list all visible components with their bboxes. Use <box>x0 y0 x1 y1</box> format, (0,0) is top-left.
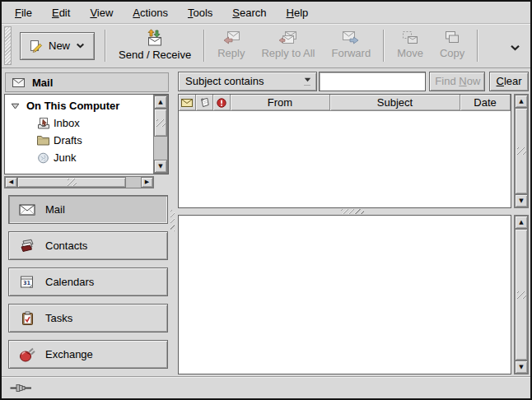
scroll-right-button[interactable]: ▶ <box>141 177 153 188</box>
grip-hatch <box>341 209 364 214</box>
search-filter-value: Subject contains <box>185 75 298 87</box>
scroll-down-button[interactable]: ▼ <box>154 160 167 173</box>
column-attachment[interactable] <box>196 95 213 111</box>
tree-item-label: Junk <box>54 151 76 164</box>
paned-resize-handle[interactable] <box>170 68 175 376</box>
copy-label: Copy <box>440 47 464 59</box>
toolbar-separator <box>203 30 205 62</box>
switcher-calendars-button[interactable]: 31 Calendars <box>8 267 168 296</box>
scrollbar-trough[interactable] <box>17 177 141 188</box>
attachment-icon <box>199 97 210 108</box>
reply-button[interactable]: Reply <box>209 28 253 63</box>
chevron-down-icon <box>76 43 85 49</box>
scroll-up-button[interactable]: ▲ <box>154 95 167 109</box>
column-subject[interactable]: Subject <box>330 95 460 111</box>
message-list-body[interactable] <box>179 111 511 207</box>
column-message-status[interactable] <box>179 95 196 111</box>
inbox-icon <box>36 117 50 129</box>
compose-icon <box>30 40 43 53</box>
new-button[interactable]: New <box>20 32 95 60</box>
forward-icon <box>342 30 360 44</box>
icon-cell: 31 <box>18 275 36 289</box>
column-date[interactable]: Date <box>460 95 511 111</box>
tree-node-inbox[interactable]: Inbox <box>5 114 153 132</box>
menu-view[interactable]: View <box>83 3 119 22</box>
main-area: Subject contains Find Now Clear <box>175 68 530 376</box>
tree-node-drafts[interactable]: Drafts <box>5 132 153 149</box>
scrollbar-trough[interactable] <box>515 229 528 360</box>
send-receive-button[interactable]: Send / Receive <box>110 26 199 65</box>
column-priority[interactable] <box>213 95 231 111</box>
scroll-down-button[interactable]: ▼ <box>515 194 528 207</box>
menu-file[interactable]: File <box>8 3 39 22</box>
grip-hatch <box>517 291 526 299</box>
find-now-button[interactable]: Find Now <box>429 72 485 91</box>
menu-search[interactable]: Search <box>226 3 273 22</box>
junk-icon <box>36 152 50 164</box>
toolbar-grip[interactable] <box>4 26 12 65</box>
message-list-scrollbar[interactable]: ▲ ▼ <box>514 94 529 208</box>
toolbar-overflow-button[interactable] <box>508 40 522 55</box>
copy-button[interactable]: Copy <box>432 28 473 63</box>
message-list-panel: From Subject Date <box>178 94 511 208</box>
message-list-header: From Subject Date <box>179 95 511 111</box>
component-switcher: Mail Contacts <box>2 195 170 376</box>
tree-item-label: Inbox <box>54 117 80 129</box>
switcher-tasks-button[interactable]: Tasks <box>8 304 168 333</box>
scrollbar-thumb[interactable] <box>17 177 126 188</box>
scrollbar-trough[interactable] <box>154 109 167 160</box>
grip-hatch <box>517 147 526 155</box>
preview-scrollbar[interactable]: ▲ ▼ <box>514 215 529 374</box>
tree-item-label: Drafts <box>54 134 82 147</box>
dropdown-ridge <box>304 84 310 86</box>
switcher-contacts-button[interactable]: Contacts <box>8 231 168 260</box>
scrollbar-thumb[interactable] <box>515 108 528 194</box>
scroll-up-button[interactable]: ▲ <box>515 95 528 108</box>
dropdown-indicator <box>298 77 316 86</box>
menu-help[interactable]: Help <box>280 3 315 22</box>
preview-pane[interactable] <box>178 215 511 374</box>
scroll-up-button[interactable]: ▲ <box>515 216 528 229</box>
switcher-mail-button[interactable]: Mail <box>8 195 168 224</box>
search-input[interactable] <box>319 72 426 91</box>
icon-cell <box>18 204 36 216</box>
arrow-left-icon: ◀ <box>9 179 13 185</box>
tree-node-junk[interactable]: Junk <box>5 149 153 166</box>
scrollbar-thumb[interactable] <box>154 109 167 137</box>
column-label: From <box>268 96 292 109</box>
toolbar-separator <box>477 30 478 62</box>
svg-text:31: 31 <box>23 280 31 286</box>
scroll-left-button[interactable]: ◀ <box>5 177 17 188</box>
switcher-label: Calendars <box>45 276 94 288</box>
search-filter-dropdown[interactable]: Subject contains <box>178 72 317 91</box>
calendar-icon: 31 <box>20 275 35 289</box>
column-from[interactable]: From <box>231 95 330 111</box>
expander-open-icon[interactable] <box>11 103 20 109</box>
clear-button[interactable]: Clear <box>489 72 529 91</box>
menu-tools[interactable]: Tools <box>181 3 219 22</box>
forward-button[interactable]: Forward <box>323 28 379 63</box>
preview-splitter-handle[interactable] <box>175 208 530 215</box>
send-receive-label: Send / Receive <box>119 49 191 61</box>
scrollbar-thumb[interactable] <box>515 229 528 360</box>
scroll-down-button[interactable]: ▼ <box>515 360 528 374</box>
tasks-icon <box>21 311 34 326</box>
message-status-icon <box>181 99 193 107</box>
menu-actions[interactable]: Actions <box>126 3 175 22</box>
reply-to-all-button[interactable]: Reply to All <box>253 28 323 63</box>
chevron-down-icon <box>510 44 520 51</box>
scrollbar-trough[interactable] <box>515 108 528 194</box>
sidebar-header-label: Mail <box>32 77 53 89</box>
switcher-exchange-button[interactable]: Exchange <box>8 340 168 369</box>
toolbar-separator <box>105 30 106 62</box>
arrow-down-icon: ▼ <box>158 164 162 170</box>
move-button[interactable]: Move <box>389 28 432 63</box>
column-label: Date <box>474 96 496 109</box>
tree-vertical-scrollbar[interactable]: ▲ ▼ <box>153 95 168 174</box>
tree-node-on-this-computer[interactable]: On This Computer <box>5 97 153 114</box>
chevron-down-icon <box>304 77 311 82</box>
window-body: Mail On This Computer <box>2 68 530 376</box>
switcher-label: Exchange <box>45 348 93 360</box>
tree-horizontal-scrollbar[interactable]: ◀ ▶ <box>4 176 154 188</box>
menu-edit[interactable]: Edit <box>45 3 77 22</box>
